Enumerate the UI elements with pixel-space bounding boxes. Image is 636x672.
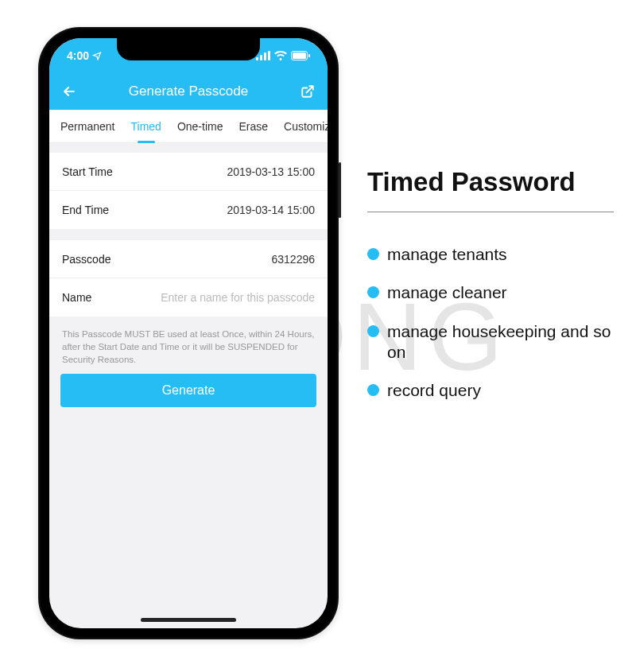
bullet-item: manage cleaner xyxy=(367,282,630,303)
location-icon xyxy=(92,51,102,60)
tab-timed[interactable]: Timed xyxy=(122,110,169,142)
passcode-label: Passcode xyxy=(62,253,111,266)
side-title: Timed Password xyxy=(367,167,630,197)
svg-rect-6 xyxy=(308,54,310,57)
start-time-row[interactable]: Start Time 2019-03-13 15:00 xyxy=(49,153,328,191)
bullet-text: manage tenants xyxy=(387,244,507,265)
nav-title: Generate Passcode xyxy=(129,84,248,99)
name-placeholder: Enter a name for this passcode xyxy=(161,291,315,304)
svg-rect-3 xyxy=(268,51,270,60)
back-button[interactable] xyxy=(60,83,78,100)
bullet-text: manage housekeeping and so on xyxy=(387,321,630,363)
phone-frame: 4:00 Generate Passcode xyxy=(38,27,339,639)
start-time-value: 2019-03-13 15:00 xyxy=(227,165,315,178)
bullet-text: manage cleaner xyxy=(387,282,507,303)
passcode-value: 6312296 xyxy=(271,253,315,266)
nav-bar: Generate Passcode xyxy=(49,73,328,110)
bullet-item: manage tenants xyxy=(367,244,630,265)
status-time: 4:00 xyxy=(67,49,89,62)
phone-screen: 4:00 Generate Passcode xyxy=(49,38,328,628)
end-time-row[interactable]: End Time 2019-03-14 15:00 xyxy=(49,191,328,229)
wifi-icon xyxy=(274,51,287,60)
bullet-dot-icon xyxy=(367,248,379,260)
tab-bar: Permanent Timed One-time Erase Customize xyxy=(49,110,328,143)
tab-erase[interactable]: Erase xyxy=(231,110,276,142)
svg-rect-5 xyxy=(293,52,306,59)
notch xyxy=(117,38,260,60)
bullet-dot-icon xyxy=(367,384,379,396)
side-panel: Timed Password manage tenants manage cle… xyxy=(367,167,630,418)
tab-one-time[interactable]: One-time xyxy=(169,110,231,142)
bullet-text: record query xyxy=(387,380,481,401)
external-link-icon xyxy=(301,84,315,99)
end-time-value: 2019-03-14 15:00 xyxy=(227,204,315,216)
bullet-dot-icon xyxy=(367,286,379,298)
name-row[interactable]: Name Enter a name for this passcode xyxy=(49,278,328,317)
back-arrow-icon xyxy=(61,84,77,99)
bullet-list: manage tenants manage cleaner manage hou… xyxy=(367,244,630,401)
svg-rect-2 xyxy=(264,52,266,60)
warning-note: This Passcode MUST BE used at least Once… xyxy=(49,317,328,374)
share-button[interactable] xyxy=(299,83,316,100)
divider xyxy=(367,212,614,212)
name-label: Name xyxy=(62,291,91,304)
battery-icon xyxy=(291,51,310,60)
bullet-item: record query xyxy=(367,380,630,401)
bullet-dot-icon xyxy=(367,325,379,337)
generate-button[interactable]: Generate xyxy=(60,374,316,407)
bullet-item: manage housekeeping and so on xyxy=(367,321,630,363)
home-indicator[interactable] xyxy=(141,618,236,622)
tab-customize[interactable]: Customize xyxy=(276,110,328,142)
form-area: Start Time 2019-03-13 15:00 End Time 201… xyxy=(49,153,328,407)
end-time-label: End Time xyxy=(62,204,109,216)
svg-rect-0 xyxy=(256,57,258,60)
passcode-row: Passcode 6312296 xyxy=(49,240,328,278)
start-time-label: Start Time xyxy=(62,165,113,178)
tab-permanent[interactable]: Permanent xyxy=(52,110,122,142)
svg-rect-1 xyxy=(260,55,262,60)
